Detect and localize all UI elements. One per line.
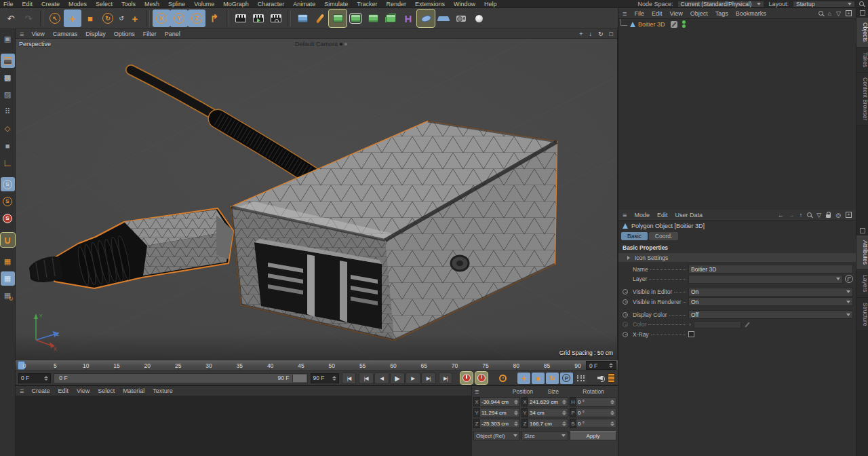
menu-item[interactable]: Modes — [68, 1, 87, 7]
menu-item[interactable]: MoGraph — [223, 1, 249, 7]
material-menu-item[interactable]: Select — [98, 387, 115, 394]
objects-menu-item[interactable]: File — [634, 10, 644, 17]
model-mode-button[interactable] — [1, 54, 15, 68]
forward-arrow-icon[interactable]: → — [789, 212, 795, 218]
visible-renderer-dropdown[interactable]: On — [688, 297, 853, 306]
position-mode-dropdown[interactable]: Object (Rel) — [473, 431, 520, 440]
home-icon[interactable]: ⌂ — [828, 10, 831, 17]
side-tab[interactable]: Attributes — [856, 235, 868, 270]
objects-menu-item[interactable]: Bookmarks — [736, 10, 766, 17]
key-parameter-button[interactable]: P — [560, 373, 573, 384]
menu-item[interactable]: Tracker — [357, 1, 377, 7]
material-menu-item[interactable]: Material — [123, 387, 144, 394]
rotation-input[interactable]: 0 ° — [576, 397, 616, 406]
workplane-lock-button[interactable]: ▦ — [1, 271, 15, 286]
filter-icon[interactable]: ▽ — [836, 10, 841, 17]
rotate-tool[interactable]: ↻ — [99, 10, 117, 27]
live-selection-tool[interactable]: ↖ — [46, 10, 64, 27]
connector-mesh[interactable] — [29, 208, 233, 288]
menu-item[interactable]: Create — [41, 1, 60, 7]
menu-item[interactable]: Edit — [22, 1, 33, 7]
up-arrow-icon[interactable]: ↑ — [800, 212, 803, 218]
key-rotation-button[interactable]: ↻ — [546, 373, 559, 384]
visible-editor-dropdown[interactable]: On — [688, 288, 853, 297]
hamburger-icon[interactable]: ≡ — [623, 10, 626, 18]
simulation-button[interactable] — [417, 10, 435, 27]
menu-item[interactable]: Render — [386, 1, 406, 7]
attribute-tab[interactable]: Basic — [621, 232, 648, 240]
spinner-arrows-icon[interactable] — [562, 419, 566, 428]
floor-button[interactable] — [435, 10, 452, 27]
menu-item[interactable]: File — [3, 1, 14, 7]
attribute-tab[interactable]: Coord. — [649, 232, 679, 240]
attributes-menu-item[interactable]: Edit — [657, 212, 668, 218]
render-picture-viewer-button[interactable] — [250, 10, 267, 27]
tag-icon[interactable] — [671, 21, 677, 28]
size-input[interactable]: 34 cm — [528, 408, 568, 417]
maximize-view-icon[interactable]: □ — [610, 31, 613, 37]
side-tab[interactable]: Takes — [856, 48, 868, 73]
render-settings-button[interactable] — [267, 10, 285, 27]
end-frame-spinner[interactable]: 90 F — [311, 373, 340, 383]
size-mode-dropdown[interactable]: Size — [521, 431, 568, 440]
edges-mode-button[interactable]: ◇ — [1, 121, 15, 136]
name-input[interactable]: Boitier 3D — [688, 265, 853, 273]
filter-icon[interactable]: ▽ — [816, 212, 821, 218]
keyframe-selection-record-button[interactable] — [475, 372, 488, 384]
position-input[interactable]: -30.944 cm — [479, 397, 520, 406]
workplane-mode-button[interactable]: ▨ — [1, 88, 15, 102]
point-level-animation-button[interactable] — [576, 373, 587, 383]
size-input[interactable]: 166.7 cm — [528, 419, 568, 428]
objects-menu-item[interactable]: Edit — [652, 10, 663, 17]
generator-button[interactable] — [347, 10, 364, 27]
menu-item[interactable]: Spline — [168, 1, 185, 7]
undo-button[interactable]: ↶ — [2, 10, 20, 27]
spline-pen-button[interactable] — [311, 10, 329, 27]
attributes-menu-item[interactable]: User Data — [675, 212, 703, 218]
apply-button[interactable]: Apply — [570, 431, 616, 440]
target-icon[interactable]: ◎ — [835, 212, 841, 218]
position-input[interactable]: 11.294 cm — [479, 408, 520, 417]
frame-range-slider[interactable]: 0 F 90 F — [54, 373, 307, 383]
lock-x-axis-button[interactable]: X — [153, 10, 170, 27]
search-icon[interactable] — [807, 212, 812, 217]
points-mode-button[interactable]: ⠿ — [1, 104, 15, 119]
subdivision-surface-button[interactable] — [329, 10, 347, 27]
spinner-arrows-icon[interactable] — [562, 398, 566, 406]
viewport-menu-item[interactable]: Cameras — [53, 31, 78, 37]
dolly-view-icon[interactable]: ↓ — [589, 31, 593, 37]
spinner-arrows-icon[interactable] — [514, 419, 518, 428]
visibility-dots[interactable] — [682, 20, 686, 28]
keyframe-dot[interactable] — [623, 299, 628, 305]
menu-item[interactable]: Mesh — [144, 1, 159, 7]
range-handle[interactable] — [292, 375, 307, 382]
material-menu-item[interactable]: Edit — [58, 387, 68, 394]
material-menu-item[interactable]: Create — [31, 387, 50, 394]
go-to-previous-frame-button[interactable]: ◀ — [374, 373, 389, 384]
magnet-tool-button[interactable]: ∪ — [1, 233, 15, 247]
viewport-menu-item[interactable]: Filter — [143, 31, 157, 37]
current-frame-input[interactable]: 0 F — [586, 361, 616, 370]
spinner-arrows-icon[interactable] — [562, 408, 566, 417]
lock-icon[interactable] — [826, 214, 831, 218]
orbit-view-icon[interactable]: ↻ — [598, 31, 604, 37]
snap-settings-button[interactable]: S — [1, 177, 15, 191]
snap-2d-button[interactable]: S — [1, 211, 15, 225]
menu-item[interactable]: Help — [484, 1, 497, 7]
make-editable-button[interactable]: ▣ — [1, 32, 15, 46]
menu-item[interactable]: Volume — [194, 1, 214, 7]
texture-mode-button[interactable]: ▩ — [1, 71, 15, 85]
new-panel-icon[interactable]: + — [846, 212, 852, 218]
hamburger-icon[interactable]: ≡ — [20, 387, 23, 395]
menu-item[interactable]: Window — [454, 1, 475, 7]
frame-spinner[interactable]: 0 F — [18, 373, 51, 383]
coordinate-system-button[interactable]: ↱ — [205, 10, 223, 27]
snap-3d-button[interactable]: S — [1, 194, 15, 208]
layout-dropdown[interactable]: Startup — [793, 1, 855, 7]
attributes-menu-item[interactable]: Mode — [634, 212, 650, 218]
lock-z-axis-button[interactable]: Z — [188, 10, 205, 27]
object-name[interactable]: Boitier 3D — [638, 21, 665, 28]
workplane-rotate-button[interactable]: ▦ ↻ — [1, 288, 15, 303]
spinner-arrows-icon[interactable] — [610, 408, 614, 417]
menu-item[interactable]: Extensions — [415, 1, 445, 7]
